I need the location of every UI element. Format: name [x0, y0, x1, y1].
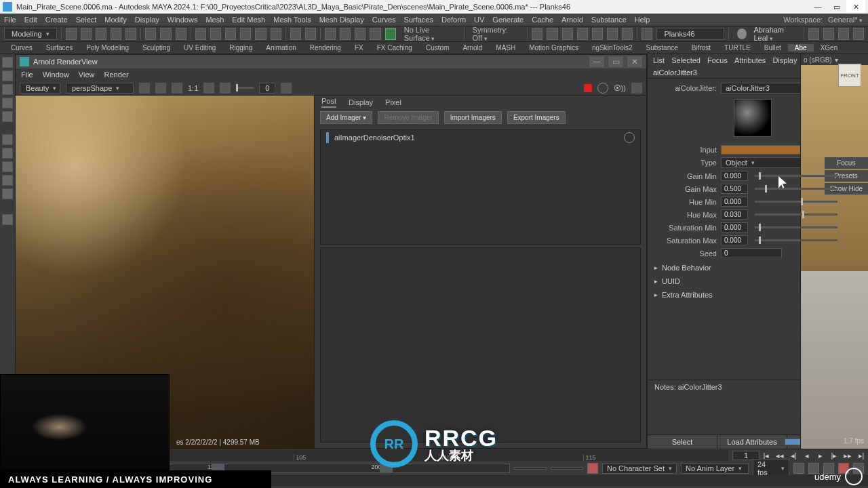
shelf-xgen[interactable]: XGen	[814, 44, 845, 52]
symmetry-icon[interactable]	[355, 28, 366, 40]
arv-exposure-slider[interactable]	[236, 87, 254, 89]
light-editor-icon[interactable]	[592, 28, 603, 40]
remove-imager-button[interactable]: Remove Imager	[378, 111, 438, 124]
attr-slider[interactable]	[755, 188, 837, 190]
export-imagers-button[interactable]: Export Imagers	[507, 111, 566, 124]
select-mode-icon[interactable]	[145, 28, 156, 40]
search-icon[interactable]	[2, 214, 13, 225]
menu-display[interactable]: Display	[135, 16, 159, 24]
attr-slider[interactable]	[755, 201, 837, 203]
outliner-icon[interactable]	[2, 188, 13, 199]
imager-list[interactable]: aiImagerDenoiserOptix1	[320, 129, 641, 245]
imager-row[interactable]: aiImagerDenoiserOptix1	[321, 130, 640, 145]
move-tool-icon[interactable]	[2, 84, 13, 95]
arv-menu-view[interactable]: View	[79, 70, 95, 79]
paint-select-icon[interactable]	[176, 28, 186, 40]
menu-windows[interactable]: Windows	[167, 16, 198, 24]
panel-layout-a-icon[interactable]	[808, 28, 819, 40]
material-swatch[interactable]	[734, 99, 772, 137]
add-imager-button[interactable]: Add Imager	[320, 111, 372, 124]
shelf-fx[interactable]: FX	[348, 44, 370, 52]
menu-uv[interactable]: UV	[474, 16, 484, 24]
arv-toggle-icon[interactable]	[281, 83, 292, 94]
user-name[interactable]: Abraham Leal	[753, 26, 799, 42]
redo-icon[interactable]	[125, 28, 136, 40]
menu-select[interactable]: Select	[76, 16, 97, 24]
play-forward-icon[interactable]: ▸	[815, 450, 826, 461]
shelf-mash[interactable]: MASH	[489, 44, 522, 52]
attr-menu-display[interactable]: Display	[772, 56, 797, 64]
panel-layout-b-icon[interactable]	[823, 28, 834, 40]
seed-field[interactable]: 0	[721, 248, 782, 258]
menu-file[interactable]: File	[4, 16, 16, 24]
shelf-rigging[interactable]: Rigging	[222, 44, 259, 52]
arv-exposure-field[interactable]: 0	[259, 83, 275, 94]
live-surface-icon[interactable]	[385, 28, 396, 40]
layout-outliner-icon[interactable]	[2, 161, 13, 172]
layout-four-icon[interactable]	[2, 148, 13, 159]
ipr-icon[interactable]	[547, 28, 557, 40]
menu-cache[interactable]: Cache	[532, 16, 553, 24]
step-forward-icon[interactable]: |▸	[829, 450, 840, 461]
pill-focus[interactable]: Focus	[825, 157, 857, 169]
shelf-ngskintools2[interactable]: ngSkinTools2	[585, 44, 639, 52]
snap-grid-icon[interactable]	[195, 28, 206, 40]
attr-menu-attributes[interactable]: Attributes	[734, 56, 766, 64]
go-end-icon[interactable]: ▸|	[856, 450, 867, 461]
maximize-button[interactable]: ▭	[827, 0, 846, 14]
play-back-icon[interactable]: ◂	[802, 450, 812, 461]
loop-icon[interactable]	[793, 463, 804, 474]
open-scene-icon[interactable]	[81, 28, 92, 40]
soft-select-icon[interactable]	[370, 28, 380, 40]
tab-pixel[interactable]: Pixel	[385, 98, 401, 108]
magnet-icon[interactable]	[305, 28, 316, 40]
pause-icon[interactable]	[622, 28, 633, 40]
attr-value-field[interactable]: 0.000	[721, 222, 748, 232]
select-tool-icon[interactable]	[2, 57, 13, 68]
arv-stop-icon[interactable]	[584, 84, 592, 92]
arv-region-icon[interactable]	[139, 83, 150, 94]
animlayer-dropdown[interactable]: No Anim Layer	[681, 463, 749, 474]
arv-aov-dropdown[interactable]: Beauty	[20, 83, 60, 94]
arv-menu-render[interactable]: Render	[104, 70, 129, 79]
attr-menu-focus[interactable]: Focus	[707, 56, 728, 64]
minimize-button[interactable]: —	[808, 0, 827, 14]
arv-refresh-icon[interactable]	[155, 83, 166, 94]
shelf-turtle[interactable]: TURTLE	[717, 44, 757, 52]
mode-dropdown[interactable]: Modeling	[4, 28, 57, 40]
shelf-substance[interactable]: Substance	[639, 44, 685, 52]
shelf-curves[interactable]: Curves	[4, 44, 39, 52]
shelf-sculpting[interactable]: Sculpting	[136, 44, 177, 52]
save-scene-icon[interactable]	[96, 28, 106, 40]
arv-crop-icon[interactable]	[203, 83, 214, 94]
step-forward-key-icon[interactable]: ▸▸	[842, 450, 853, 461]
layout-persp-icon[interactable]	[2, 175, 13, 186]
attr-slider[interactable]	[755, 175, 837, 177]
close-button[interactable]: ✕	[846, 0, 865, 14]
shelf-surfaces[interactable]: Surfaces	[39, 44, 79, 52]
panel-layout-d-icon[interactable]	[853, 28, 864, 40]
attr-value-field[interactable]: 0.000	[721, 197, 748, 207]
arv-close-button[interactable]: ✕	[627, 56, 642, 67]
attr-slider[interactable]	[755, 214, 837, 216]
workspace-value[interactable]: General*	[828, 16, 863, 24]
tab-display[interactable]: Display	[349, 98, 373, 108]
playblast-icon[interactable]	[607, 28, 618, 40]
rotate-tool-icon[interactable]	[2, 98, 13, 108]
lasso-icon[interactable]	[160, 28, 171, 40]
menu-mesh[interactable]: Mesh	[205, 16, 224, 24]
arv-zoom-ratio[interactable]: 1:1	[188, 84, 198, 92]
arv-titlebar[interactable]: Arnold RenderView — ▭ ✕	[16, 55, 646, 68]
snap-center-icon[interactable]	[240, 28, 251, 40]
hypershade-icon[interactable]	[577, 28, 588, 40]
attr-tab-label[interactable]: aiColorJitter3	[653, 68, 697, 77]
arv-menu-window[interactable]: Window	[43, 70, 69, 79]
render-settings-icon[interactable]	[562, 28, 573, 40]
attr-menu-list[interactable]: List	[653, 56, 665, 64]
menu-substance[interactable]: Substance	[591, 16, 627, 24]
shelf-bullet[interactable]: Bullet	[757, 44, 788, 52]
menu-help[interactable]: Help	[635, 16, 650, 24]
menu-deform[interactable]: Deform	[441, 16, 466, 24]
viewcube[interactable]: FRONT	[838, 64, 861, 87]
shelf-abe[interactable]: Abe	[788, 44, 814, 52]
